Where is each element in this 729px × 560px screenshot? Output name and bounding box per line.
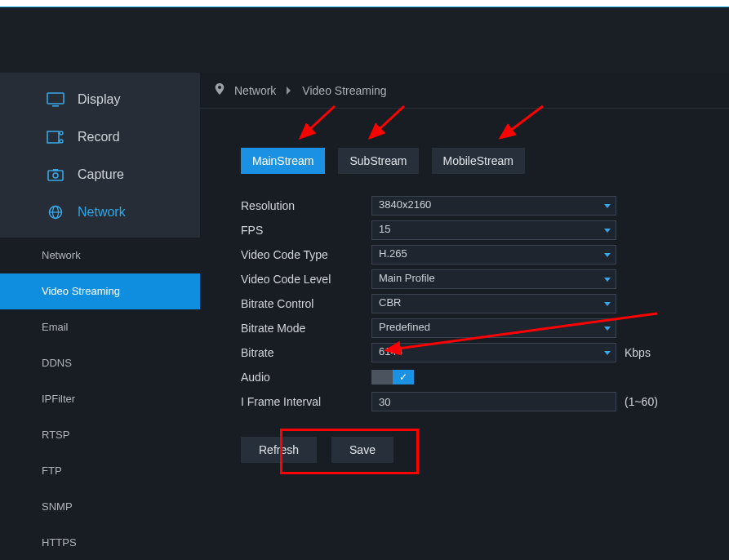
sidebar-item-display[interactable]: Display — [47, 81, 200, 118]
sidebar-sub-label: FTP — [42, 464, 62, 477]
svg-line-11 — [300, 106, 335, 138]
sidebar-item-capture[interactable]: Capture — [47, 156, 200, 193]
select-value: Main Profile — [379, 272, 435, 284]
sidebar-sub-snmp[interactable]: SNMP — [0, 488, 200, 524]
sidebar-sub-label: Network — [42, 249, 81, 261]
sidebar-sub-label: IPFilter — [42, 393, 75, 405]
svg-point-6 — [53, 173, 58, 178]
svg-rect-5 — [48, 171, 63, 180]
fps-select[interactable]: 15 — [371, 220, 616, 240]
svg-point-4 — [60, 140, 63, 143]
sidebar: Display Record Capture Network Network V… — [0, 73, 200, 560]
sidebar-sub-ipfilter[interactable]: IPFilter — [0, 380, 200, 416]
display-icon — [47, 92, 64, 107]
svg-rect-0 — [47, 93, 64, 104]
svg-point-3 — [60, 131, 63, 135]
field-label: Bitrate — [241, 346, 371, 359]
bitrate-unit: Kbps — [625, 346, 651, 359]
field-label: I Frame Interval — [241, 395, 371, 408]
iframe-hint: (1~60) — [625, 395, 658, 408]
tab-label: MobileStream — [443, 154, 513, 167]
main-panel: Network Video Streaming MainStream SubSt… — [200, 73, 729, 560]
sidebar-label: Network — [78, 205, 126, 220]
sidebar-sub-label: DDNS — [42, 357, 72, 369]
svg-line-13 — [500, 106, 543, 138]
tab-label: SubStream — [349, 154, 407, 167]
button-label: Refresh — [259, 443, 299, 456]
bitrate-mode-select[interactable]: Predefined — [371, 318, 616, 338]
button-label: Save — [349, 443, 376, 456]
breadcrumb-root[interactable]: Network — [234, 84, 276, 97]
sidebar-sub-label: Video Streaming — [42, 285, 120, 297]
select-value: CBR — [379, 296, 401, 309]
location-icon — [215, 83, 224, 97]
check-icon: ✓ — [393, 370, 414, 384]
tab-label: MainStream — [252, 154, 313, 167]
audio-toggle[interactable]: ✓ — [371, 370, 414, 384]
select-value: Predefined — [379, 321, 430, 333]
sidebar-item-record[interactable]: Record — [47, 118, 200, 156]
sidebar-sub-label: HTTPS — [42, 536, 77, 549]
field-label: Resolution — [241, 199, 371, 212]
sidebar-sub-https[interactable]: HTTPS — [0, 524, 200, 560]
refresh-button[interactable]: Refresh — [241, 437, 317, 463]
sidebar-label: Capture — [78, 167, 124, 182]
capture-icon — [47, 167, 64, 182]
sidebar-sub-email[interactable]: Email — [0, 309, 200, 345]
svg-line-12 — [370, 106, 404, 138]
sidebar-sub-label: Email — [42, 321, 69, 333]
chevron-right-icon — [286, 84, 292, 97]
save-button[interactable]: Save — [331, 437, 393, 463]
video-code-level-select[interactable]: Main Profile — [371, 269, 616, 289]
field-label: Video Code Level — [241, 273, 371, 286]
sidebar-sub-video-streaming[interactable]: Video Streaming — [0, 273, 200, 309]
video-code-type-select[interactable]: H.265 — [371, 245, 616, 264]
tab-mainstream[interactable]: MainStream — [241, 148, 325, 174]
svg-rect-2 — [47, 131, 59, 143]
sidebar-label: Display — [78, 92, 120, 107]
sidebar-sub-ftp[interactable]: FTP — [0, 452, 200, 488]
annotation-arrow-icon — [494, 104, 551, 144]
browser-chrome-strip — [0, 0, 729, 7]
svg-rect-7 — [53, 169, 58, 171]
sidebar-sub-ddns[interactable]: DDNS — [0, 344, 200, 380]
field-label: Audio — [241, 371, 371, 384]
resolution-select[interactable]: 3840x2160 — [371, 196, 616, 216]
stream-tabs: MainStream SubStream MobileStream — [241, 148, 729, 174]
sidebar-item-network[interactable]: Network — [47, 193, 200, 231]
sidebar-label: Record — [78, 130, 120, 144]
sidebar-sub-rtsp[interactable]: RTSP — [0, 416, 200, 452]
svg-rect-1 — [52, 105, 59, 107]
field-label: Video Code Type — [241, 248, 371, 261]
field-label: FPS — [241, 224, 371, 237]
annotation-arrow-icon — [363, 104, 412, 144]
select-value: 6144 — [379, 345, 402, 358]
tab-substream[interactable]: SubStream — [338, 148, 418, 174]
select-value: 15 — [379, 223, 390, 235]
bitrate-select[interactable]: 6144 — [371, 343, 616, 362]
network-icon — [47, 205, 64, 220]
breadcrumb: Network Video Streaming — [200, 73, 729, 109]
field-label: Bitrate Mode — [241, 322, 371, 335]
header-bar — [0, 7, 729, 73]
iframe-interval-input[interactable] — [371, 392, 616, 411]
bitrate-control-select[interactable]: CBR — [371, 294, 616, 313]
breadcrumb-leaf: Video Streaming — [302, 84, 386, 97]
record-icon — [47, 130, 64, 144]
select-value: 3840x2160 — [379, 198, 431, 211]
annotation-arrow-icon — [294, 104, 343, 144]
sidebar-sub-network[interactable]: Network — [0, 238, 200, 273]
sidebar-sub-label: RTSP — [42, 429, 69, 441]
tab-mobilestream[interactable]: MobileStream — [432, 148, 525, 174]
sidebar-sub-label: SNMP — [42, 500, 73, 513]
field-label: Bitrate Control — [241, 297, 371, 310]
toggle-track — [371, 370, 393, 384]
select-value: H.265 — [379, 247, 407, 260]
